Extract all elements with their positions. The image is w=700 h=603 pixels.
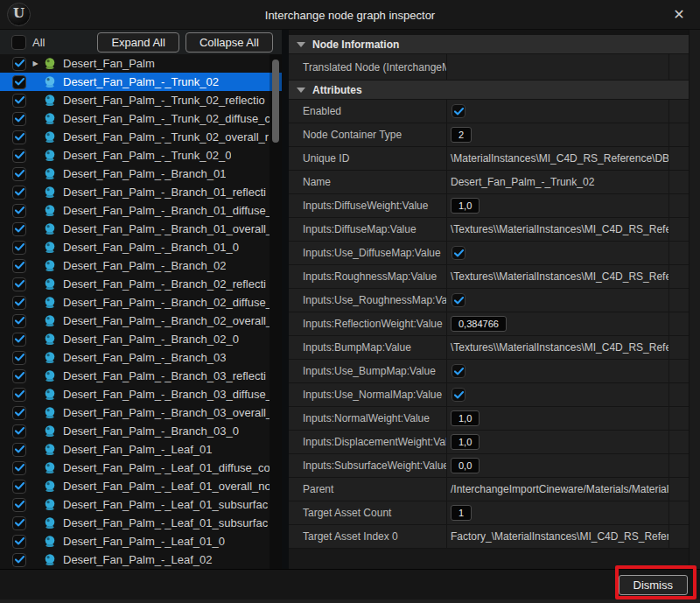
tree-row[interactable]: ▶ Desert_Fan_Palm_-_Branch_02_diffuse_ bbox=[0, 293, 270, 312]
tree-row[interactable]: ▶ Desert_Fan_Palm bbox=[0, 54, 270, 73]
tree-row[interactable]: ▶ Desert_Fan_Palm_-_Trunk_02_diffuse_c bbox=[0, 109, 270, 128]
tree-row[interactable]: ▶ Desert_Fan_Palm_-_Branch_01_overall_ bbox=[0, 220, 270, 238]
dismiss-button[interactable]: Dismiss bbox=[619, 575, 689, 595]
tree-row[interactable]: ▶ Desert_Fan_Palm_-_Branch_03_reflecti bbox=[0, 367, 270, 385]
checkbox[interactable] bbox=[452, 246, 466, 260]
tree-row[interactable]: ▶ Desert_Fan_Palm_-_Branch_01_reflecti bbox=[0, 183, 270, 201]
tree-row[interactable]: ▶ Desert_Fan_Palm_-_Branch_03 bbox=[0, 348, 270, 367]
checkbox[interactable] bbox=[452, 104, 466, 118]
tree-row[interactable]: ▶ Desert_Fan_Palm_-_Branch_03_diffuse_ bbox=[0, 385, 270, 403]
tree-item-checkbox[interactable] bbox=[12, 186, 26, 200]
tree-item-checkbox[interactable] bbox=[12, 167, 26, 181]
select-all-label: All bbox=[32, 36, 45, 49]
tree-row[interactable]: ▶ Desert_Fan_Palm_-_Leaf_01_diffuse_co bbox=[0, 459, 270, 477]
tree-row[interactable]: ▶ Desert_Fan_Palm_-_Branch_01_diffuse_ bbox=[0, 201, 270, 220]
tree-item-checkbox[interactable] bbox=[12, 388, 26, 402]
value-field[interactable]: 1,0 bbox=[451, 198, 480, 214]
tree-scrollbar-thumb[interactable] bbox=[272, 60, 279, 143]
value-field[interactable]: 1,0 bbox=[451, 434, 480, 450]
tree-item-checkbox[interactable] bbox=[12, 204, 26, 218]
tree-item-checkbox[interactable] bbox=[12, 259, 26, 273]
section-header-attributes[interactable]: Attributes bbox=[289, 81, 700, 100]
tree-item-checkbox[interactable] bbox=[12, 535, 26, 549]
property-extra-cell bbox=[668, 100, 689, 123]
tree-row[interactable]: ▶ Desert_Fan_Palm_-_Leaf_01_0 bbox=[0, 532, 270, 550]
tree-item-checkbox[interactable] bbox=[12, 516, 26, 530]
tree-item-checkbox[interactable] bbox=[12, 296, 26, 310]
tree-item-checkbox[interactable] bbox=[12, 351, 26, 365]
expand-all-button[interactable]: Expand All bbox=[97, 32, 178, 53]
tree-row[interactable]: ▶ Desert_Fan_Palm_-_Branch_02_overall_ bbox=[0, 312, 270, 330]
check-icon bbox=[454, 108, 464, 116]
tree-row[interactable]: ▶ Desert_Fan_Palm_-_Leaf_01_subsurfac bbox=[0, 514, 270, 532]
value-text: \MaterialInstances\MI_C4D_RS_Reference\D… bbox=[451, 152, 668, 165]
tree-row[interactable]: ▶ Desert_Fan_Palm_-_Leaf_01 bbox=[0, 440, 270, 459]
tree-item-checkbox[interactable] bbox=[12, 130, 26, 144]
value-field[interactable]: 1,0 bbox=[451, 410, 480, 426]
value-field[interactable]: 1 bbox=[451, 505, 472, 521]
check-icon bbox=[15, 207, 24, 214]
tree-row[interactable]: ▶ Desert_Fan_Palm_-_Trunk_02_0 bbox=[0, 146, 270, 165]
select-all-checkbox[interactable] bbox=[11, 35, 26, 50]
tree-item-checkbox[interactable] bbox=[12, 480, 26, 494]
tree-row[interactable]: ▶ Desert_Fan_Palm_-_Leaf_02 bbox=[0, 550, 270, 569]
tree-row[interactable]: ▶ Desert_Fan_Palm_-_Trunk_02 bbox=[0, 73, 282, 91]
tree-row[interactable]: ▶ Desert_Fan_Palm_-_Branch_02 bbox=[0, 256, 270, 275]
check-icon bbox=[15, 390, 24, 398]
tree-item-checkbox[interactable] bbox=[12, 277, 26, 291]
checkbox[interactable] bbox=[452, 364, 466, 378]
value-field[interactable]: 2 bbox=[451, 127, 472, 143]
tree-item-checkbox[interactable] bbox=[12, 406, 26, 420]
section-header-node-information[interactable]: Node Information bbox=[289, 35, 700, 54]
value-field[interactable]: 0,384766 bbox=[451, 316, 507, 332]
value-field[interactable]: 0,0 bbox=[451, 458, 480, 473]
collapse-all-button[interactable]: Collapse All bbox=[186, 32, 273, 53]
property-row: Inputs:SubsurfaceWeight:Value 0,0 bbox=[289, 454, 700, 478]
property-row: Inputs:DisplacementWeight:Value 1,0 bbox=[289, 431, 700, 454]
tree-item-checkbox[interactable] bbox=[12, 112, 26, 126]
material-ball-icon bbox=[43, 57, 57, 71]
tree-item-checkbox[interactable] bbox=[12, 222, 26, 236]
tree-row[interactable]: ▶ Desert_Fan_Palm_-_Branch_03_overall_ bbox=[0, 403, 270, 422]
tree-item-checkbox[interactable] bbox=[12, 57, 26, 71]
tree-row[interactable]: ▶ Desert_Fan_Palm_-_Branch_01 bbox=[0, 165, 270, 183]
tree-item-checkbox[interactable] bbox=[12, 424, 26, 438]
tree-row[interactable]: ▶ Desert_Fan_Palm_-_Branch_02_reflecti bbox=[0, 275, 270, 293]
tree-row[interactable]: ▶ Desert_Fan_Palm_-_Trunk_02_reflectio bbox=[0, 91, 270, 109]
tree-item-checkbox[interactable] bbox=[12, 443, 26, 457]
property-extra-cell bbox=[668, 242, 689, 264]
tree-item-checkbox[interactable] bbox=[12, 461, 26, 475]
tree-item-checkbox[interactable] bbox=[12, 333, 26, 347]
tree-item-checkbox[interactable] bbox=[12, 369, 26, 383]
material-ball-icon bbox=[43, 167, 57, 181]
tree-item-checkbox[interactable] bbox=[12, 314, 26, 328]
tree-row[interactable]: ▶ Desert_Fan_Palm_-_Leaf_01_subsurfac bbox=[0, 495, 270, 514]
tree-item-checkbox[interactable] bbox=[12, 553, 26, 567]
check-icon bbox=[15, 354, 24, 361]
pane-divider[interactable] bbox=[282, 30, 289, 569]
property-row: Inputs:Use_BumpMap:Value bbox=[289, 360, 700, 383]
material-ball-icon bbox=[43, 461, 57, 475]
tree-item-checkbox[interactable] bbox=[12, 94, 26, 108]
tree-item-checkbox[interactable] bbox=[12, 241, 26, 255]
checkbox[interactable] bbox=[452, 388, 466, 402]
expander-icon[interactable]: ▶ bbox=[30, 60, 41, 67]
property-value: 2 bbox=[446, 123, 668, 146]
material-ball-icon bbox=[43, 406, 57, 420]
dialog-body: All Expand All Collapse All ▶ Desert_Fan… bbox=[0, 30, 700, 569]
tree-item-checkbox[interactable] bbox=[12, 498, 26, 512]
close-icon[interactable]: ✕ bbox=[670, 6, 688, 24]
tree-row[interactable]: ▶ Desert_Fan_Palm_-_Leaf_01_overall_no bbox=[0, 477, 270, 495]
tree-row[interactable]: ▶ Desert_Fan_Palm_-_Branch_03_0 bbox=[0, 422, 270, 440]
property-label: Inputs:DisplacementWeight:Value bbox=[289, 431, 446, 453]
property-label: Inputs:DiffuseWeight:Value bbox=[289, 194, 446, 217]
tree-item-checkbox[interactable] bbox=[12, 149, 26, 163]
material-ball-icon bbox=[43, 112, 57, 126]
tree-item-checkbox[interactable] bbox=[12, 75, 26, 89]
property-label: Inputs:ReflectionWeight:Value bbox=[289, 312, 446, 335]
checkbox[interactable] bbox=[452, 293, 466, 307]
tree-row[interactable]: ▶ Desert_Fan_Palm_-_Branch_02_0 bbox=[0, 330, 270, 348]
tree-row[interactable]: ▶ Desert_Fan_Palm_-_Branch_01_0 bbox=[0, 238, 270, 256]
property-row: Inputs:DiffuseMap:Value \Textures\\Mater… bbox=[289, 218, 700, 242]
tree-row[interactable]: ▶ Desert_Fan_Palm_-_Trunk_02_overall_r bbox=[0, 128, 270, 146]
